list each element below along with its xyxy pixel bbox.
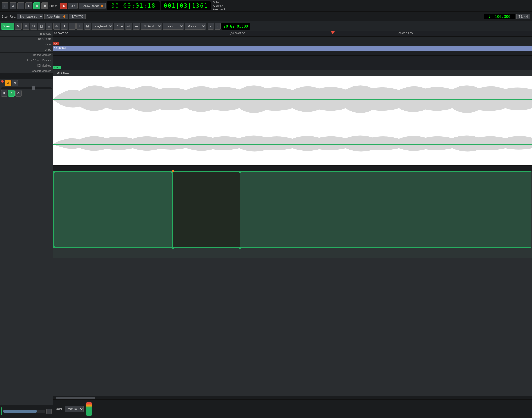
bottom-left-controls xyxy=(0,405,53,418)
handle-bl-1[interactable] xyxy=(53,246,55,248)
tool-erase[interactable]: ◻ xyxy=(38,23,45,30)
stop-button[interactable]: ■ xyxy=(33,2,40,9)
main-area: Timecode Bars:Beats Meter Tempo Range Ma… xyxy=(0,31,532,418)
tool-draw[interactable]: ✏ xyxy=(53,23,60,30)
feedback-label[interactable]: Feedback xyxy=(213,8,225,11)
bars-display[interactable]: 001|03|1361 xyxy=(161,1,211,10)
play-button[interactable]: ▶ xyxy=(25,2,32,9)
mute-button[interactable]: M xyxy=(5,80,11,86)
g-button[interactable]: G xyxy=(15,90,22,97)
track-top-btn-row: M S xyxy=(1,80,52,86)
handle-tl-1[interactable] xyxy=(53,171,55,173)
rewind-button[interactable]: ⏮ xyxy=(2,2,8,9)
timecode-1min: ,00:00:01:00 xyxy=(230,32,245,35)
auto-return-button[interactable]: Auto Return xyxy=(44,14,68,19)
meter-row: 4/4 xyxy=(53,41,532,46)
level-bar xyxy=(86,402,92,416)
h-scrollbar[interactable] xyxy=(53,396,532,399)
timecode-label-row: Timecode xyxy=(0,31,53,37)
tool-minus[interactable]: − xyxy=(69,23,76,30)
h-scrollbar-thumb-left[interactable] xyxy=(3,410,37,413)
forward-fast-button[interactable]: ⏭ xyxy=(17,2,24,9)
nav-prev-button[interactable]: ‹ xyxy=(208,23,214,30)
location-markers-label: Location Markers xyxy=(31,69,51,72)
zoom-button[interactable] xyxy=(46,409,52,414)
tool-snap[interactable]: ⊡ xyxy=(84,23,91,30)
audio-track: TestSine.1 xyxy=(53,70,532,123)
mouse-select[interactable]: Mouse xyxy=(185,23,206,30)
manual-select[interactable]: Manual xyxy=(65,406,84,412)
smart-button[interactable]: Smart xyxy=(1,23,14,30)
tool-plus[interactable]: + xyxy=(76,23,83,30)
solo-button[interactable]: S xyxy=(12,80,18,86)
bpm-display[interactable]: ♩= 100.000 xyxy=(484,14,515,19)
tool-stretch[interactable]: ⊞ xyxy=(46,23,52,30)
tool-cut[interactable]: ✂ xyxy=(30,23,37,30)
tempo-label-row: Tempo xyxy=(0,47,53,53)
waveform-region[interactable] xyxy=(53,76,532,123)
punch-label: Punch: xyxy=(49,4,58,7)
rec-label: Rec: xyxy=(10,15,16,18)
a-button-green[interactable]: A xyxy=(8,90,15,97)
back-button[interactable]: ↺ xyxy=(10,2,16,9)
track-spacer xyxy=(0,74,53,79)
tool-special2[interactable]: ▬ xyxy=(133,23,140,30)
tick-2min xyxy=(398,31,398,33)
timecode-2min: ,00:00:02:00 xyxy=(398,32,413,35)
solo-label[interactable]: Solo xyxy=(213,1,219,4)
fader-row-1 xyxy=(1,87,52,89)
tool-range[interactable]: ⇔ xyxy=(23,23,29,30)
playhead-select[interactable]: Playhead xyxy=(92,23,113,30)
meter-label: Meter xyxy=(44,43,51,46)
p-button[interactable]: P xyxy=(1,90,7,97)
follow-range-button[interactable]: Follow Range xyxy=(79,3,106,9)
bars-beats-start: 1 xyxy=(54,37,56,40)
location-markers-label-row: Location Markers xyxy=(0,68,53,74)
follow-range-label: Follow Range xyxy=(82,4,99,7)
handle-orange-top[interactable] xyxy=(172,170,174,172)
tool-special1[interactable]: ⇿ xyxy=(125,23,132,30)
left-bottom-space xyxy=(0,243,53,405)
playhead-triangle xyxy=(331,31,335,34)
tempo-value: 100.000/4 xyxy=(53,47,67,50)
cd-markers-label-row: CD Markers xyxy=(0,63,53,68)
star-select[interactable]: * xyxy=(114,23,124,30)
punch-in-button[interactable]: In xyxy=(60,3,67,9)
h-scrollbar-track[interactable] xyxy=(3,410,45,413)
handle-tl-2[interactable] xyxy=(239,171,241,173)
int-mtc-display: INT/MTC xyxy=(69,14,86,19)
solo-audition-panel: Solo Audition Feedback xyxy=(213,1,225,11)
audition-label[interactable]: Audition xyxy=(213,4,223,7)
audio-track-name: TestSine.1 xyxy=(55,71,69,74)
record-button[interactable]: ⏺ xyxy=(41,2,48,9)
fader-label: fader xyxy=(56,407,62,411)
bars-beats-row: 1 xyxy=(53,37,532,41)
loop-time-display[interactable]: 00:00:05:00 xyxy=(221,23,250,30)
non-layered-select[interactable]: Non-Layered xyxy=(17,14,43,19)
gain-region-1[interactable] xyxy=(53,171,173,248)
tool-edit[interactable]: ✦ xyxy=(61,23,68,30)
h-scrollbar-thumb[interactable] xyxy=(56,397,95,399)
beats-select[interactable]: Beats xyxy=(163,23,184,30)
track-bottom-btn-row: P A G xyxy=(1,90,52,97)
gain-lane xyxy=(53,171,532,258)
tool-cursor[interactable]: ↖ xyxy=(15,23,22,30)
tracks-region: TestSine.1 xyxy=(53,70,532,396)
nav-next-button[interactable]: › xyxy=(215,23,221,30)
waveform-green-line-2 xyxy=(53,144,532,145)
waveform-region-2[interactable] xyxy=(53,123,532,165)
fader-thumb[interactable] xyxy=(32,86,35,90)
handle-bottom-1[interactable] xyxy=(172,247,174,249)
loop-punch-row xyxy=(53,56,532,60)
punch-out-button[interactable]: Out xyxy=(68,3,78,9)
waveform-green-line xyxy=(53,99,532,100)
range-markers-row xyxy=(53,51,532,56)
track-controls: M S P A G xyxy=(0,79,53,243)
cd-markers-row xyxy=(53,60,532,65)
auto-return-label: Auto Return xyxy=(47,15,62,18)
no-grid-select[interactable]: No Grid xyxy=(141,23,162,30)
fader-track[interactable] xyxy=(1,87,52,89)
time-display[interactable]: 00:00:01:18 xyxy=(107,1,160,10)
blue-marker-line xyxy=(240,234,240,258)
gain-region-2[interactable] xyxy=(240,171,531,248)
